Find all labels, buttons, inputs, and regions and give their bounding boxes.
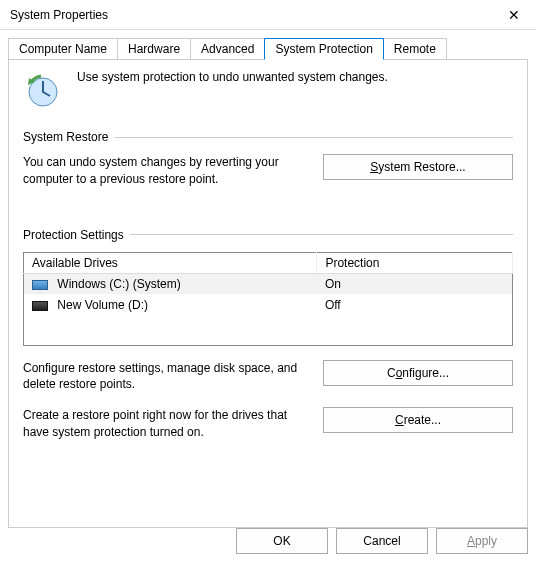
col-protection[interactable]: Protection	[317, 252, 513, 273]
ok-button[interactable]: OK	[236, 528, 328, 554]
table-header-row: Available Drives Protection	[24, 252, 513, 273]
create-button[interactable]: Create...	[323, 407, 513, 433]
tab-panel-system-protection: Use system protection to undo unwanted s…	[8, 59, 528, 528]
drive-protection: Off	[317, 294, 513, 315]
window-title: System Properties	[10, 8, 108, 22]
dialog-button-bar: OK Cancel Apply	[236, 528, 528, 554]
drive-name: Windows (C:) (System)	[57, 277, 180, 291]
tab-system-protection[interactable]: System Protection	[264, 38, 383, 60]
tab-remote[interactable]: Remote	[383, 38, 447, 59]
titlebar: System Properties ✕	[0, 0, 536, 30]
drive-icon	[32, 301, 48, 311]
table-row[interactable]: Windows (C:) (System) On	[24, 273, 513, 294]
group-title-system-restore: System Restore	[23, 130, 114, 144]
divider	[114, 137, 513, 138]
drive-name: New Volume (D:)	[57, 298, 148, 312]
group-protection-settings: Protection Settings Available Drives Pro…	[23, 228, 513, 441]
drive-protection: On	[317, 273, 513, 294]
system-restore-button[interactable]: System Restore...	[323, 154, 513, 180]
group-title-protection-settings: Protection Settings	[23, 228, 130, 242]
group-system-restore: System Restore You can undo system chang…	[23, 130, 513, 188]
drives-table[interactable]: Available Drives Protection Windows (C:)…	[23, 252, 513, 346]
divider	[130, 234, 513, 235]
tab-advanced[interactable]: Advanced	[190, 38, 265, 59]
apply-button[interactable]: Apply	[436, 528, 528, 554]
configure-desc: Configure restore settings, manage disk …	[23, 360, 307, 394]
close-icon: ✕	[508, 7, 520, 23]
table-row-empty	[24, 315, 513, 345]
tab-strip: Computer Name Hardware Advanced System P…	[0, 30, 536, 59]
drive-icon	[32, 280, 48, 290]
close-button[interactable]: ✕	[492, 0, 536, 30]
restore-shield-icon	[23, 70, 63, 110]
configure-button[interactable]: Configure...	[323, 360, 513, 386]
tab-computer-name[interactable]: Computer Name	[8, 38, 118, 59]
intro-text: Use system protection to undo unwanted s…	[77, 70, 388, 84]
col-available-drives[interactable]: Available Drives	[24, 252, 317, 273]
table-row[interactable]: New Volume (D:) Off	[24, 294, 513, 315]
create-desc: Create a restore point right now for the…	[23, 407, 307, 441]
tab-hardware[interactable]: Hardware	[117, 38, 191, 59]
system-restore-desc: You can undo system changes by reverting…	[23, 154, 307, 188]
cancel-button[interactable]: Cancel	[336, 528, 428, 554]
